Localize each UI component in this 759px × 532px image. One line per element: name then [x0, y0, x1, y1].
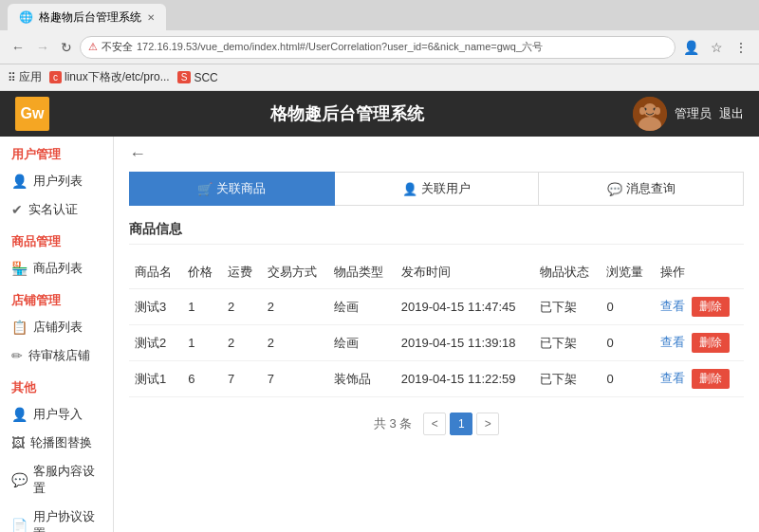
- sidebar-item-real-auth-label: 实名认证: [28, 201, 78, 218]
- cell-time: 2019-04-15 11:47:45: [396, 289, 534, 325]
- apps-grid-icon: ⠿: [8, 71, 16, 84]
- sidebar-item-user-import-label: 用户导入: [33, 406, 83, 423]
- bookmark-scc[interactable]: S SCC: [177, 71, 218, 84]
- svg-point-5: [639, 107, 645, 115]
- logout-button[interactable]: 退出: [719, 105, 744, 122]
- cell-trade: 7: [262, 361, 328, 397]
- tab-message-query[interactable]: 💬 消息查询: [539, 172, 744, 206]
- tab-favicon: 🌐: [19, 10, 33, 24]
- cell-name: 测试2: [129, 325, 182, 361]
- cell-action: 查看 删除: [655, 289, 744, 325]
- cell-shipping: 7: [222, 361, 262, 397]
- cell-action: 查看 删除: [655, 325, 744, 361]
- delete-button[interactable]: 删除: [692, 369, 730, 389]
- cart-icon: 🛒: [197, 182, 213, 196]
- current-page-button[interactable]: 1: [450, 413, 472, 435]
- user-import-icon: 👤: [11, 407, 28, 422]
- sidebar-section-title-user: 用户管理: [0, 137, 113, 167]
- sidebar-item-product-list[interactable]: 🏪 商品列表: [0, 254, 113, 283]
- cell-status: 已下架: [534, 325, 601, 361]
- message-tab-icon: 💬: [607, 182, 622, 196]
- sidebar-item-real-auth[interactable]: ✔ 实名认证: [0, 195, 113, 224]
- table-row: 测试2 1 2 2 绘画 2019-04-15 11:39:18 已下架 0 查…: [129, 325, 744, 361]
- store-list-icon: 📋: [11, 320, 28, 335]
- sidebar-item-carousel[interactable]: 🖼 轮播图替换: [0, 429, 113, 457]
- sidebar-item-customer-service-label: 客服内容设置: [33, 463, 102, 497]
- main-content: ← 🛒 关联商品 👤 关联用户 💬 消息查询 商品信息: [114, 137, 759, 532]
- cell-time: 2019-04-15 11:22:59: [396, 361, 534, 397]
- col-shipping: 运费: [222, 256, 262, 289]
- view-link[interactable]: 查看: [660, 371, 685, 385]
- app-body: 用户管理 👤 用户列表 ✔ 实名认证 商品管理 🏪 商品列表 店铺管理: [0, 137, 759, 532]
- agreement-icon: 📄: [11, 518, 28, 532]
- col-type: 物品类型: [328, 256, 395, 289]
- cell-shipping: 2: [222, 289, 262, 325]
- tab-associated-users[interactable]: 👤 关联用户: [335, 172, 540, 206]
- tab-close-icon[interactable]: ✕: [147, 12, 155, 23]
- delete-button[interactable]: 删除: [692, 333, 730, 353]
- cell-trade: 2: [262, 289, 328, 325]
- admin-label: 管理员: [675, 105, 712, 122]
- sidebar-item-store-list[interactable]: 📋 店铺列表: [0, 313, 113, 341]
- reload-button[interactable]: ↻: [57, 38, 76, 57]
- svg-point-6: [655, 107, 660, 115]
- sidebar-item-customer-service[interactable]: 💬 客服内容设置: [0, 457, 113, 503]
- sidebar-section-title-product: 商品管理: [0, 224, 113, 254]
- address-bar[interactable]: ⚠ 不安全 172.16.19.53/vue_demo/index.html#/…: [80, 36, 676, 59]
- insecure-label: 不安全: [102, 40, 133, 54]
- bookmark-apps-label: 应用: [19, 69, 42, 85]
- sidebar-item-user-list-label: 用户列表: [33, 173, 83, 190]
- back-button[interactable]: ←: [8, 38, 28, 57]
- sidebar: 用户管理 👤 用户列表 ✔ 实名认证 商品管理 🏪 商品列表 店铺管理: [0, 137, 114, 532]
- star-button[interactable]: ☆: [707, 38, 727, 57]
- col-action: 操作: [655, 256, 744, 289]
- sidebar-item-store-list-label: 店铺列表: [33, 319, 83, 336]
- sidebar-item-user-list[interactable]: 👤 用户列表: [0, 167, 113, 195]
- forward-button[interactable]: →: [32, 38, 53, 57]
- tab-associated-products-label: 关联商品: [216, 180, 266, 197]
- bookmark-linux[interactable]: c linux下格改/etc/pro...: [49, 69, 170, 85]
- insecure-icon: ⚠: [88, 41, 98, 53]
- sidebar-section-store-mgmt: 店铺管理 📋 店铺列表 ✏ 待审核店铺: [0, 283, 113, 370]
- cell-price: 1: [182, 289, 222, 325]
- cell-name: 测试1: [129, 361, 182, 397]
- sidebar-item-user-import[interactable]: 👤 用户导入: [0, 400, 113, 429]
- product-icon: 🏪: [11, 261, 28, 276]
- auth-icon: ✔: [11, 202, 23, 217]
- sidebar-item-user-agreement[interactable]: 📄 用户协议设置: [0, 503, 113, 532]
- view-link[interactable]: 查看: [660, 335, 685, 349]
- cell-action: 查看 删除: [655, 361, 744, 397]
- col-name: 商品名: [129, 256, 182, 289]
- bookmark-scc-icon: S: [177, 71, 192, 83]
- browser-tab[interactable]: 🌐 格趣物后台管理系统 ✕: [8, 4, 166, 30]
- sidebar-section-other: 其他 👤 用户导入 🖼 轮播图替换 💬 客服内容设置 📄 用户协议设置: [0, 370, 113, 532]
- tab-buttons: 🛒 关联商品 👤 关联用户 💬 消息查询: [129, 172, 744, 206]
- table-row: 测试1 6 7 7 装饰品 2019-04-15 11:22:59 已下架 0 …: [129, 361, 744, 397]
- tab-title: 格趣物后台管理系统: [39, 9, 141, 26]
- next-page-button[interactable]: >: [476, 413, 499, 435]
- col-status: 物品状态: [534, 256, 601, 289]
- back-arrow-button[interactable]: ←: [129, 144, 146, 164]
- bookmark-linux-label: linux下格改/etc/pro...: [65, 69, 170, 85]
- cell-type: 装饰品: [328, 361, 395, 397]
- bookmark-scc-label: SCC: [194, 71, 217, 84]
- sidebar-section-user-mgmt: 用户管理 👤 用户列表 ✔ 实名认证: [0, 137, 113, 224]
- menu-button[interactable]: ⋮: [731, 38, 751, 57]
- cell-shipping: 2: [222, 325, 262, 361]
- bookmarks-bar: ⠿ 应用 c linux下格改/etc/pro... S SCC: [0, 64, 759, 91]
- bookmark-apps[interactable]: ⠿ 应用: [8, 69, 42, 85]
- nav-bar: ← → ↻ ⚠ 不安全 172.16.19.53/vue_demo/index.…: [0, 30, 759, 64]
- sidebar-item-carousel-label: 轮播图替换: [30, 434, 92, 451]
- col-views: 浏览量: [601, 256, 654, 289]
- delete-button[interactable]: 删除: [692, 297, 730, 317]
- tab-associated-products[interactable]: 🛒 关联商品: [129, 172, 335, 206]
- avatar-icon: [633, 97, 667, 131]
- sidebar-item-pending-store[interactable]: ✏ 待审核店铺: [0, 341, 113, 370]
- cell-price: 1: [182, 325, 222, 361]
- prev-page-button[interactable]: <: [423, 413, 446, 435]
- profile-button[interactable]: 👤: [679, 38, 703, 57]
- cell-time: 2019-04-15 11:39:18: [396, 325, 534, 361]
- app-header: Gw 格物趣后台管理系统 管理员 退出: [0, 91, 759, 137]
- view-link[interactable]: 查看: [660, 299, 685, 313]
- address-text: 172.16.19.53/vue_demo/index.html#/UserCo…: [137, 40, 543, 54]
